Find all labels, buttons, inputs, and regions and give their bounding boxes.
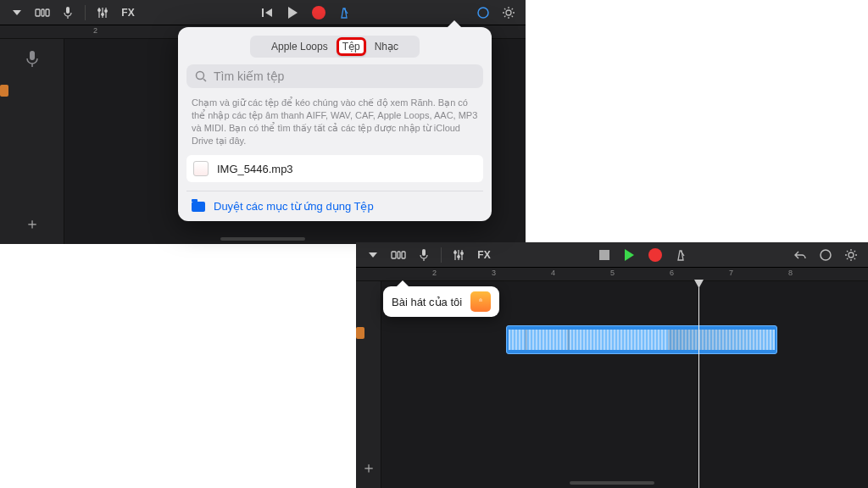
my-songs-label: Bài hát của tôi: [392, 296, 462, 308]
ruler-mark: 2: [93, 26, 97, 35]
svg-point-6: [105, 9, 108, 12]
home-indicator: [570, 481, 654, 485]
metronome-icon[interactable]: [334, 3, 354, 22]
file-name: IMG_5446.mp3: [217, 163, 293, 175]
separator: [441, 247, 442, 263]
ruler-mark: 8: [788, 269, 793, 277]
file-row[interactable]: IMG_5446.mp3: [186, 155, 483, 182]
audio-track[interactable]: [0, 44, 64, 75]
ruler-mark: 5: [610, 269, 615, 277]
ruler-mark: 4: [551, 269, 555, 277]
svg-rect-3: [66, 7, 70, 14]
svg-point-16: [454, 251, 457, 253]
sliders-icon[interactable]: [92, 3, 113, 22]
svg-rect-15: [422, 249, 426, 256]
svg-point-18: [461, 252, 464, 254]
svg-point-5: [102, 13, 104, 15]
svg-rect-13: [398, 252, 400, 258]
add-track-button[interactable]: ＋: [0, 214, 64, 239]
fx-button[interactable]: FX: [118, 3, 138, 22]
svg-point-9: [506, 10, 511, 15]
folder-icon: [192, 202, 205, 212]
loop-browser-icon[interactable]: [473, 3, 493, 22]
mic-icon[interactable]: [58, 3, 78, 22]
svg-rect-14: [402, 252, 405, 258]
svg-point-11: [197, 72, 204, 80]
screenshot-1: FX 2 3 4 5 ＋ Ap: [0, 0, 526, 244]
search-placeholder: Tìm kiếm tệp: [214, 69, 284, 83]
track-color-tag: [356, 327, 364, 339]
play-button[interactable]: [283, 3, 303, 22]
browse-files-link[interactable]: Duyệt các mục từ ứng dụng Tệp: [186, 191, 483, 214]
track-view-toggle[interactable]: [363, 246, 383, 264]
svg-point-19: [821, 250, 831, 260]
play-button[interactable]: [620, 246, 640, 264]
sliders-icon[interactable]: [448, 246, 469, 264]
playhead[interactable]: [698, 281, 699, 488]
segmented-control: Apple Loops Tệp Nhạc: [250, 36, 420, 58]
layout-icon[interactable]: [32, 3, 53, 22]
svg-rect-2: [46, 9, 49, 16]
tab-files[interactable]: Tệp: [337, 37, 366, 56]
my-songs-popover[interactable]: Bài hát của tôi: [383, 286, 499, 317]
svg-rect-1: [42, 9, 44, 16]
svg-rect-12: [392, 252, 396, 258]
track-sidebar: ＋: [356, 281, 381, 488]
loop-browser-icon[interactable]: [815, 246, 836, 264]
layout-icon[interactable]: [388, 246, 409, 264]
ruler-mark: 2: [432, 269, 437, 277]
track-view-toggle[interactable]: [7, 3, 27, 22]
audio-file-icon: [193, 161, 209, 176]
stop-button[interactable]: [594, 246, 615, 264]
svg-point-4: [98, 8, 101, 11]
svg-point-17: [458, 255, 460, 258]
undo-icon[interactable]: [790, 246, 810, 264]
add-track-button[interactable]: ＋: [356, 458, 381, 483]
waveform: [509, 330, 775, 350]
rewind-button[interactable]: [258, 3, 278, 22]
metronome-icon[interactable]: [670, 246, 691, 264]
tab-apple-loops[interactable]: Apple Loops: [263, 37, 337, 56]
home-indicator: [220, 237, 305, 241]
svg-rect-0: [36, 9, 40, 16]
ruler-mark: 7: [729, 269, 733, 277]
mic-icon[interactable]: [414, 246, 434, 264]
toolbar: FX: [0, 0, 526, 25]
ruler: 2 3 4 5 6 7 8: [356, 268, 868, 281]
svg-point-20: [849, 252, 854, 258]
screenshot-2: FX 2 3 4 5 6 7 8 ＋: [356, 242, 868, 488]
separator: [85, 5, 86, 20]
track-color-tag: [0, 85, 8, 97]
help-text: Chạm và giữ các tệp để kéo chúng vào chế…: [186, 95, 483, 155]
record-button[interactable]: [309, 3, 329, 22]
fx-button[interactable]: FX: [474, 246, 494, 264]
track-sidebar: ＋: [0, 39, 64, 244]
settings-icon[interactable]: [498, 3, 519, 22]
tab-music[interactable]: Nhạc: [366, 37, 407, 56]
ruler-mark: 6: [670, 269, 674, 277]
ruler-mark: 3: [492, 269, 496, 277]
record-button[interactable]: [645, 246, 665, 264]
audio-region[interactable]: [506, 325, 777, 354]
settings-icon[interactable]: [841, 246, 861, 264]
garageband-icon: [470, 291, 491, 312]
svg-rect-7: [262, 8, 264, 17]
svg-rect-10: [30, 51, 35, 60]
search-input[interactable]: Tìm kiếm tệp: [186, 64, 483, 88]
browse-label: Duyệt các mục từ ứng dụng Tệp: [214, 200, 374, 213]
svg-point-8: [478, 8, 488, 18]
toolbar: FX: [356, 242, 868, 268]
file-browser-popover: Apple Loops Tệp Nhạc Tìm kiếm tệp Chạm v…: [178, 27, 492, 221]
